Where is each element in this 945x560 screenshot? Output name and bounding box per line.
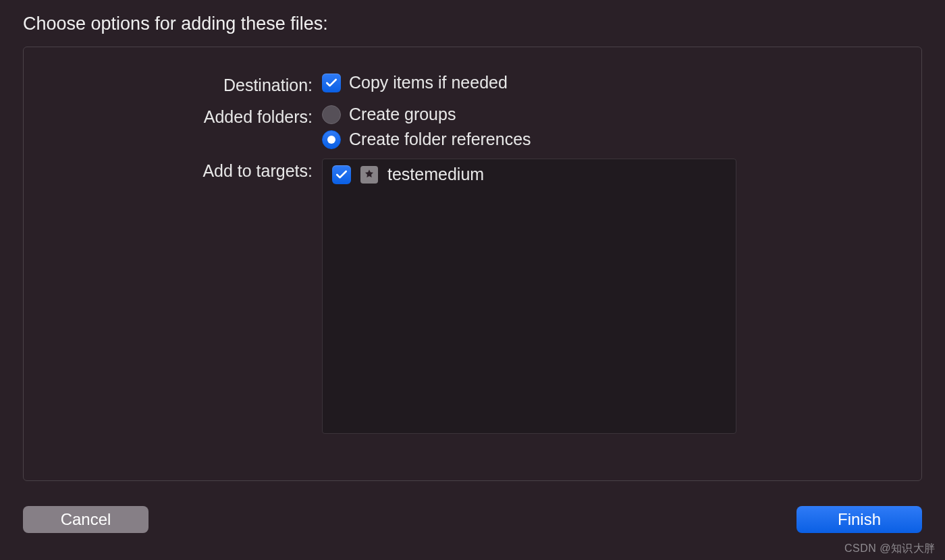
options-panel: Destination: Copy items if needed Added … xyxy=(23,47,922,481)
add-files-options-dialog: Choose options for adding these files: D… xyxy=(0,0,945,560)
added-folders-label: Added folders: xyxy=(48,105,322,127)
finish-button[interactable]: Finish xyxy=(796,506,922,533)
copy-items-option[interactable]: Copy items if needed xyxy=(322,73,897,92)
target-row[interactable]: testemedium xyxy=(323,159,736,190)
add-to-targets-row: Add to targets: testemedium xyxy=(48,159,897,434)
destination-row: Destination: Copy items if needed xyxy=(48,73,897,95)
checkmark-icon xyxy=(335,168,348,181)
create-groups-label: Create groups xyxy=(349,105,456,124)
copy-items-checkbox[interactable] xyxy=(322,74,341,92)
create-folder-references-option[interactable]: Create folder references xyxy=(322,130,897,149)
targets-list[interactable]: testemedium xyxy=(322,159,736,434)
watermark-text: CSDN @知识大胖 xyxy=(844,542,936,556)
create-groups-option[interactable]: Create groups xyxy=(322,105,897,124)
dialog-title: Choose options for adding these files: xyxy=(0,0,945,47)
checkmark-icon xyxy=(325,76,338,90)
target-name: testemedium xyxy=(387,165,484,184)
copy-items-label: Copy items if needed xyxy=(349,73,508,92)
create-folder-references-label: Create folder references xyxy=(349,130,531,149)
create-groups-radio[interactable] xyxy=(322,105,341,124)
cancel-button[interactable]: Cancel xyxy=(23,506,148,533)
create-folder-references-radio[interactable] xyxy=(322,130,341,149)
target-checkbox[interactable] xyxy=(332,165,351,184)
app-icon xyxy=(360,166,378,184)
add-to-targets-label: Add to targets: xyxy=(48,159,322,181)
button-bar: Cancel Finish xyxy=(23,506,922,533)
added-folders-row: Added folders: Create groups Create fold… xyxy=(48,105,897,149)
destination-label: Destination: xyxy=(48,73,322,95)
